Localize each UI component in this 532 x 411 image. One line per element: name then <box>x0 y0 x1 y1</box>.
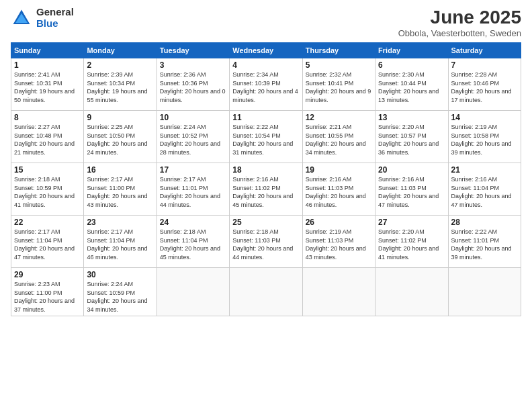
day-info: Sunrise: 2:21 AM Sunset: 10:55 PM Daylig… <box>306 123 372 156</box>
day-number: 17 <box>160 165 226 175</box>
table-row: 28 Sunrise: 2:22 AM Sunset: 11:01 PM Day… <box>448 216 521 268</box>
day-number: 18 <box>232 165 299 175</box>
table-row: 2 Sunrise: 2:39 AM Sunset: 10:34 PM Dayl… <box>84 58 157 111</box>
table-row: 23 Sunrise: 2:17 AM Sunset: 11:04 PM Day… <box>84 216 157 268</box>
table-row: 13 Sunrise: 2:20 AM Sunset: 10:57 PM Day… <box>375 111 448 163</box>
table-row: 3 Sunrise: 2:36 AM Sunset: 10:36 PM Dayl… <box>157 58 229 111</box>
day-number: 5 <box>306 60 372 70</box>
day-number: 15 <box>14 165 81 175</box>
day-info: Sunrise: 2:36 AM Sunset: 10:36 PM Daylig… <box>160 71 226 104</box>
day-number: 26 <box>306 218 372 227</box>
day-info: Sunrise: 2:17 AM Sunset: 11:04 PM Daylig… <box>87 228 153 261</box>
day-number: 7 <box>451 60 518 70</box>
day-info: Sunrise: 2:16 AM Sunset: 11:03 PM Daylig… <box>306 175 372 209</box>
day-info: Sunrise: 2:23 AM Sunset: 11:00 PM Daylig… <box>14 280 81 314</box>
day-info: Sunrise: 2:20 AM Sunset: 11:02 PM Daylig… <box>378 228 445 261</box>
day-number: 21 <box>451 165 518 175</box>
table-row: 10 Sunrise: 2:24 AM Sunset: 10:52 PM Day… <box>157 111 229 163</box>
day-info: Sunrise: 2:17 AM Sunset: 11:04 PM Daylig… <box>14 228 81 261</box>
logo-blue: Blue <box>36 18 74 30</box>
col-thursday: Thursday <box>302 43 375 58</box>
table-row: 26 Sunrise: 2:19 AM Sunset: 11:03 PM Day… <box>302 216 375 268</box>
day-number: 25 <box>232 218 299 227</box>
table-row: 29 Sunrise: 2:23 AM Sunset: 11:00 PM Day… <box>11 268 84 316</box>
calendar-page: General Blue June 2025 Obbola, Vaesterbo… <box>0 0 532 411</box>
table-row: 27 Sunrise: 2:20 AM Sunset: 11:02 PM Day… <box>375 216 448 268</box>
day-number: 4 <box>232 60 299 70</box>
table-row: 1 Sunrise: 2:41 AM Sunset: 10:31 PM Dayl… <box>11 58 84 111</box>
day-number: 10 <box>160 113 226 122</box>
logo: General Blue <box>11 7 74 29</box>
day-info: Sunrise: 2:41 AM Sunset: 10:31 PM Daylig… <box>14 71 81 104</box>
logo-general: General <box>36 7 74 18</box>
day-number: 1 <box>14 60 81 70</box>
col-monday: Monday <box>84 43 157 58</box>
table-row <box>302 268 375 316</box>
day-info: Sunrise: 2:18 AM Sunset: 11:03 PM Daylig… <box>232 228 299 261</box>
table-row: 11 Sunrise: 2:22 AM Sunset: 10:54 PM Day… <box>230 111 302 163</box>
table-row: 19 Sunrise: 2:16 AM Sunset: 11:03 PM Day… <box>302 163 375 216</box>
day-number: 24 <box>160 218 226 227</box>
location-subtitle: Obbola, Vaesterbotten, Sweden <box>398 28 521 38</box>
table-row: 17 Sunrise: 2:17 AM Sunset: 11:01 PM Day… <box>157 163 229 216</box>
header: General Blue June 2025 Obbola, Vaesterbo… <box>11 7 521 38</box>
table-row: 21 Sunrise: 2:16 AM Sunset: 11:04 PM Day… <box>448 163 521 216</box>
calendar-table: Sunday Monday Tuesday Wednesday Thursday… <box>11 42 521 316</box>
day-info: Sunrise: 2:27 AM Sunset: 10:48 PM Daylig… <box>14 123 81 156</box>
day-info: Sunrise: 2:22 AM Sunset: 10:54 PM Daylig… <box>232 123 299 156</box>
day-number: 13 <box>378 113 445 122</box>
logo-text: General Blue <box>36 7 74 29</box>
day-number: 19 <box>306 165 372 175</box>
table-row: 16 Sunrise: 2:17 AM Sunset: 11:00 PM Day… <box>84 163 157 216</box>
day-number: 23 <box>87 218 153 227</box>
table-row <box>157 268 229 316</box>
table-row: 8 Sunrise: 2:27 AM Sunset: 10:48 PM Dayl… <box>11 111 84 163</box>
day-info: Sunrise: 2:18 AM Sunset: 10:59 PM Daylig… <box>14 175 81 209</box>
table-row: 6 Sunrise: 2:30 AM Sunset: 10:44 PM Dayl… <box>375 58 448 111</box>
day-number: 29 <box>14 270 81 279</box>
table-row: 18 Sunrise: 2:16 AM Sunset: 11:02 PM Day… <box>230 163 302 216</box>
day-number: 22 <box>14 218 81 227</box>
day-info: Sunrise: 2:32 AM Sunset: 10:41 PM Daylig… <box>306 71 372 104</box>
day-number: 9 <box>87 113 153 122</box>
table-row: 5 Sunrise: 2:32 AM Sunset: 10:41 PM Dayl… <box>302 58 375 111</box>
title-block: June 2025 Obbola, Vaesterbotten, Sweden <box>398 7 521 38</box>
day-info: Sunrise: 2:24 AM Sunset: 10:59 PM Daylig… <box>87 280 153 314</box>
day-info: Sunrise: 2:34 AM Sunset: 10:39 PM Daylig… <box>232 71 299 104</box>
month-title: June 2025 <box>398 7 521 28</box>
table-row <box>375 268 448 316</box>
col-friday: Friday <box>375 43 448 58</box>
day-info: Sunrise: 2:22 AM Sunset: 11:01 PM Daylig… <box>451 228 518 261</box>
table-row: 22 Sunrise: 2:17 AM Sunset: 11:04 PM Day… <box>11 216 84 268</box>
day-info: Sunrise: 2:17 AM Sunset: 11:01 PM Daylig… <box>160 175 226 209</box>
day-info: Sunrise: 2:19 AM Sunset: 11:03 PM Daylig… <box>306 228 372 261</box>
day-number: 3 <box>160 60 226 70</box>
day-number: 27 <box>378 218 445 227</box>
day-info: Sunrise: 2:16 AM Sunset: 11:02 PM Daylig… <box>232 175 299 209</box>
col-saturday: Saturday <box>448 43 521 58</box>
day-number: 28 <box>451 218 518 227</box>
day-info: Sunrise: 2:16 AM Sunset: 11:04 PM Daylig… <box>451 175 518 209</box>
table-row <box>230 268 302 316</box>
day-info: Sunrise: 2:19 AM Sunset: 10:58 PM Daylig… <box>451 123 518 156</box>
table-row: 25 Sunrise: 2:18 AM Sunset: 11:03 PM Day… <box>230 216 302 268</box>
day-number: 12 <box>306 113 372 122</box>
day-info: Sunrise: 2:16 AM Sunset: 11:03 PM Daylig… <box>378 175 445 209</box>
logo-icon <box>11 7 32 29</box>
table-row: 4 Sunrise: 2:34 AM Sunset: 10:39 PM Dayl… <box>230 58 302 111</box>
day-info: Sunrise: 2:17 AM Sunset: 11:00 PM Daylig… <box>87 175 153 209</box>
day-number: 16 <box>87 165 153 175</box>
table-row: 24 Sunrise: 2:18 AM Sunset: 11:04 PM Day… <box>157 216 229 268</box>
day-number: 14 <box>451 113 518 122</box>
day-info: Sunrise: 2:25 AM Sunset: 10:50 PM Daylig… <box>87 123 153 156</box>
table-row: 20 Sunrise: 2:16 AM Sunset: 11:03 PM Day… <box>375 163 448 216</box>
day-number: 20 <box>378 165 445 175</box>
day-info: Sunrise: 2:30 AM Sunset: 10:44 PM Daylig… <box>378 71 445 104</box>
col-wednesday: Wednesday <box>230 43 302 58</box>
day-number: 8 <box>14 113 81 122</box>
table-row: 14 Sunrise: 2:19 AM Sunset: 10:58 PM Day… <box>448 111 521 163</box>
day-info: Sunrise: 2:28 AM Sunset: 10:46 PM Daylig… <box>451 71 518 104</box>
day-number: 2 <box>87 60 153 70</box>
col-sunday: Sunday <box>11 43 84 58</box>
table-row: 7 Sunrise: 2:28 AM Sunset: 10:46 PM Dayl… <box>448 58 521 111</box>
